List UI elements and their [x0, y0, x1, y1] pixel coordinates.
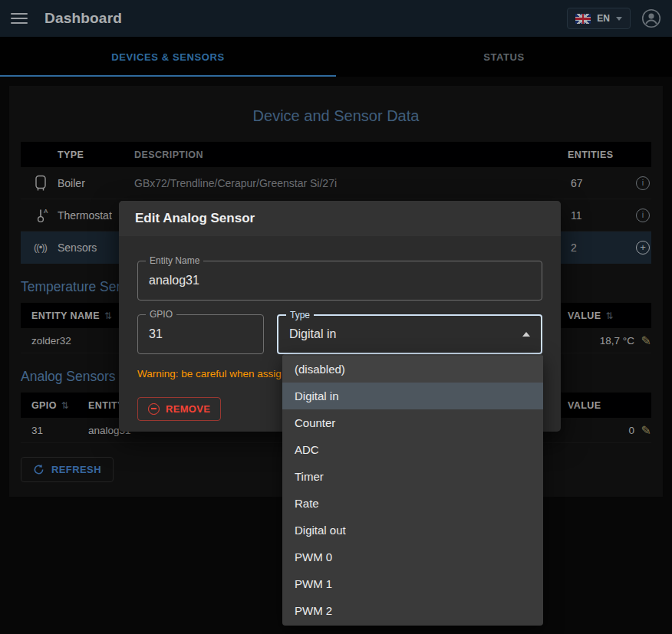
remove-button[interactable]: REMOVE	[137, 397, 221, 421]
type-select[interactable]: Type Digital in	[277, 314, 542, 354]
gpio-input[interactable]	[149, 327, 252, 341]
gpio-field[interactable]: GPIO	[137, 314, 264, 354]
menu-item-timer[interactable]: Timer	[282, 463, 543, 490]
gpio-label: GPIO	[146, 309, 176, 320]
dialog-title: Edit Analog Sensor	[119, 201, 561, 236]
menu-item-digital-out[interactable]: Digital out	[282, 517, 543, 544]
remove-circle-icon	[148, 403, 160, 415]
menu-item-pwm-1[interactable]: PWM 1	[282, 570, 543, 597]
menu-item-counter[interactable]: Counter	[282, 409, 543, 436]
entity-name-input[interactable]	[149, 274, 531, 287]
remove-button-label: REMOVE	[166, 403, 210, 415]
type-dropdown-menu: (disabled) Digital in Counter ADC Timer …	[282, 354, 543, 626]
select-arrow-icon	[522, 332, 530, 337]
gpio-type-row: GPIO Type Digital in	[137, 314, 542, 354]
menu-item-pwm-2[interactable]: PWM 2	[282, 597, 543, 624]
type-selected-value: Digital in	[289, 327, 336, 341]
menu-item-rate[interactable]: Rate	[282, 490, 543, 517]
entity-name-label: Entity Name	[146, 255, 203, 266]
menu-item-disabled[interactable]: (disabled)	[282, 356, 543, 383]
type-label: Type	[286, 310, 314, 320]
menu-item-digital-in[interactable]: Digital in	[282, 383, 543, 409]
menu-item-adc[interactable]: ADC	[282, 436, 543, 463]
menu-item-pwm-0[interactable]: PWM 0	[282, 544, 543, 570]
entity-name-field[interactable]: Entity Name	[137, 261, 542, 301]
